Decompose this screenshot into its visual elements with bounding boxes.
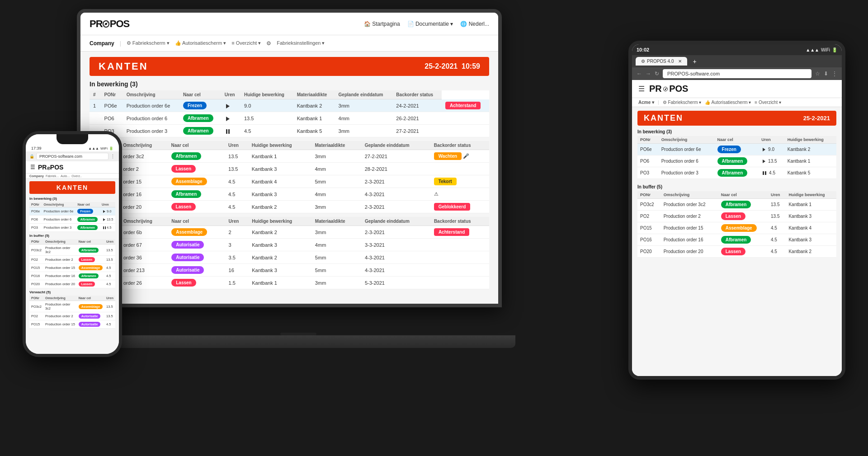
toolbar-fabriekscherm[interactable]: ⚙ Fabriekscherm ▾ [127,40,170,46]
phone-address-input[interactable]: PROPOS-software.com [36,153,108,160]
table-row[interactable]: PO16Production order 16 Afbramen4.5 [29,272,115,280]
table-row[interactable]: PO20order 20 Lassen 4.5Kantbank 23mm2-3-… [90,201,489,213]
table-row[interactable]: PO6 Production order 6 Afbramen 13.5 Kan… [90,112,489,125]
phone-toolbar-fab[interactable]: Fabriek... [46,174,59,178]
table-row[interactable]: PO3Production order 3 Afbramen 4.5 [29,224,115,232]
table-row[interactable]: PO15Production order 15 Assemblage4.5 [29,264,115,272]
laptop-app-header: PRPOS 🏠 Startpagina 📄 Documentatie ▾ 🌐 N… [80,13,498,35]
new-tab-button[interactable]: + [690,58,699,65]
table-row[interactable]: PO16order 16 Afbramen 4.5Kantbank 34mm4-… [90,188,489,201]
phone-company: Company [29,174,44,178]
table-row[interactable]: PO3c2Production order 3c2 Assemblage13.5 [29,301,115,312]
table-row[interactable]: PO36order 36 Autorisatie 3.5Kantbank 25m… [90,251,489,264]
phone-lock-icon: 🔒 [29,154,34,159]
company-label: Company [90,40,114,47]
cell-materiaaldikte: 3mm [311,150,361,163]
phone-screen: 17:39 ▲▲▲ WiFi 🔋 🔒 PROPOS-software.com ⋮… [26,134,119,354]
tablet-address-bar: ← → ↻ PROPOS-software.com ☆ ⬇ ⋮ [632,67,842,80]
phone-hamburger-icon[interactable]: ☰ [30,164,35,170]
phone-toolbar: Company Fabriek... Auto... Overz.. [26,174,119,179]
table-row[interactable]: PO3 Production order 3 Afbramen 4.5 Kant… [90,125,489,137]
pause-icon [226,129,230,134]
phone-signal-icon: ▲▲▲ [88,146,99,150]
cell-materiaaldikte: 3mm [335,125,393,137]
download-icon[interactable]: ⬇ [824,71,828,77]
col-naar-cel: Naar cel [168,141,225,150]
table-row[interactable]: PO2Production order 2 Lassen 13.5Kantban… [637,211,836,222]
nav-documentatie[interactable]: 📄 Documentatie ▾ [407,21,453,27]
table-row[interactable]: PO15order 15 Assemblage 4.5Kantbank 45mm… [90,175,489,188]
table-row[interactable]: PO67order 67 Autorisatie 3Kantbank 34mm3… [90,239,489,251]
tablet-device: 10:02 ▲▲▲ WiFi 🔋 ⚙ PROPOS 4.0 ✕ + ← → ↻ [628,41,845,380]
cell-num: 1 [90,99,101,112]
bookmark-icon[interactable]: ☆ [815,71,820,77]
toolbar-fabriekscherm[interactable]: ⚙ Fabriekscherm ▾ [663,100,702,105]
table-row[interactable]: PO3c2 order 3c2 Afbramen 13.5 Kantbank 1… [90,150,489,163]
table-row[interactable]: PO20Production order 20 Lassen 4.5Kantba… [637,246,836,258]
toolbar-overzicht[interactable]: ≡ Overzicht ▾ [231,40,261,46]
back-button[interactable]: ← [637,71,642,77]
table-row[interactable]: PO16Production order 16 Afbramen 4.5Kant… [637,234,836,246]
cell-backorder: Achterstand [442,99,489,112]
tablet-app-content: ☰ PRPOS Acme ▾ | ⚙ Fabriekscherm ▾ 👍 Aut… [632,80,842,376]
cell-uren: 9.0 [241,99,293,112]
badge-afbramen: Afbramen [171,152,202,160]
cell-huidige-bewerking: Kantbank 2 [785,144,836,155]
refresh-button[interactable]: ↻ [655,71,659,77]
tab-favicon: ⚙ [641,59,645,64]
tab-close-icon[interactable]: ✕ [678,59,682,64]
col-ponr: PONr [101,90,123,99]
table-row[interactable]: PO15Production order 15 Assemblage 4.5Ka… [637,222,836,234]
phone-time: 17:39 [31,146,42,150]
nav-language[interactable]: 🌐 Nederl... [460,21,489,27]
cell-ponr: PO6e [101,99,123,112]
tablet-kanten-title: KANTEN [644,113,683,123]
phone-logo: PRPOS [38,164,63,171]
logo-wheel-icon [663,87,668,91]
signal-icon: ▲▲▲ [806,47,819,52]
menu-icon[interactable]: ⋮ [832,71,837,77]
table-row[interactable]: PO6Production order 6 Afbramen 13.5 Kant… [637,155,836,167]
phone-toolbar-auto[interactable]: Auto... [61,174,70,178]
table-row[interactable]: PO2Production order 2 Autorisatie13.5 [29,312,115,320]
badge-wachten: Wachten [434,152,462,160]
laptop-main-content: KANTEN 25-2-2021 10:59 In bewerking (3) … [80,52,498,304]
toolbar-overzicht[interactable]: ≡ Overzicht ▾ [755,100,781,105]
col-huidige-bewerking: Huidige bewerking [241,90,293,99]
tablet-app-header: ☰ PRPOS [632,80,842,98]
table-row[interactable]: PO2order 2 Lassen 13.5Kantbank 34mm28-2-… [90,163,489,175]
table-row[interactable]: PO3c2Production order 3c2 Afbramen13.5 [29,244,115,256]
table-row[interactable]: PO6e Production order 6e Frezen 9.0 Kant… [637,144,836,155]
toolbar-fabrieksinstellingen[interactable]: Fabrieksinstellingen ▾ [277,40,325,46]
phone-menu-icon[interactable]: ⋮ [110,154,115,160]
laptop-logo: PRPOS [90,18,129,30]
table-row[interactable]: PO2Production order 2 Lassen13.5 [29,256,115,264]
cell-naar-cel: Afbramen [179,112,221,125]
phone-toolbar-ovz[interactable]: Overz.. [71,174,82,178]
table-row[interactable]: PO20Production order 20 Lassen4.5 [29,280,115,288]
table-row[interactable]: PO3Production order 3 Afbramen 4.5 Kantb… [637,167,836,179]
table-row[interactable]: PO213order 213 Autorisatie 16Kantbank 35… [90,264,489,277]
in-bewerking-table: # PONr Omschrijving Naar cel Uren Huidig… [90,90,489,137]
kanten-title: KANTEN [99,61,148,72]
tablet-tab-propos[interactable]: ⚙ PROPOS 4.0 ✕ [636,57,687,66]
col-huidige-bewerking: Huidige bewerking [785,136,836,144]
toolbar-autorisatiescherm[interactable]: 👍 Autorisatiescherm ▾ [175,40,226,46]
address-input[interactable]: PROPOS-software.com [663,69,811,78]
table-row[interactable]: PO6border 6b Assemblage 2Kantbank 23mm2-… [90,226,489,239]
col-ponr: PONr [637,136,659,144]
table-row[interactable]: PO15Production order 15 Autorisatie4.5 [29,320,115,329]
cell-huidige-bewerking: Kantbank 5 [293,125,335,137]
toolbar-acme[interactable]: Acme ▾ [638,100,654,105]
table-row[interactable]: 1 PO6e Production order 6e Frezen 9.0 Ka… [90,99,489,112]
table-row[interactable]: PO6eProduction order 6e Frezen 9.0 [29,207,115,216]
toolbar-autorisatiescherm[interactable]: 👍 Autorisatiescherm ▾ [705,100,751,105]
table-row[interactable]: PO3c2Production order 3c2 Afbramen 13.5K… [637,199,836,211]
forward-button[interactable]: → [646,71,651,77]
hamburger-menu-icon[interactable]: ☰ [638,85,645,93]
cell-icon [221,112,241,125]
table-row[interactable]: PO6Production order 6 Afbramen 13.5 [29,216,115,224]
nav-startpagina[interactable]: 🏠 Startpagina [364,21,400,27]
table-row[interactable]: PO26order 26 Lassen 1.5Kantbank 13mm5-3-… [90,277,489,289]
toolbar-sep: | [658,100,659,105]
